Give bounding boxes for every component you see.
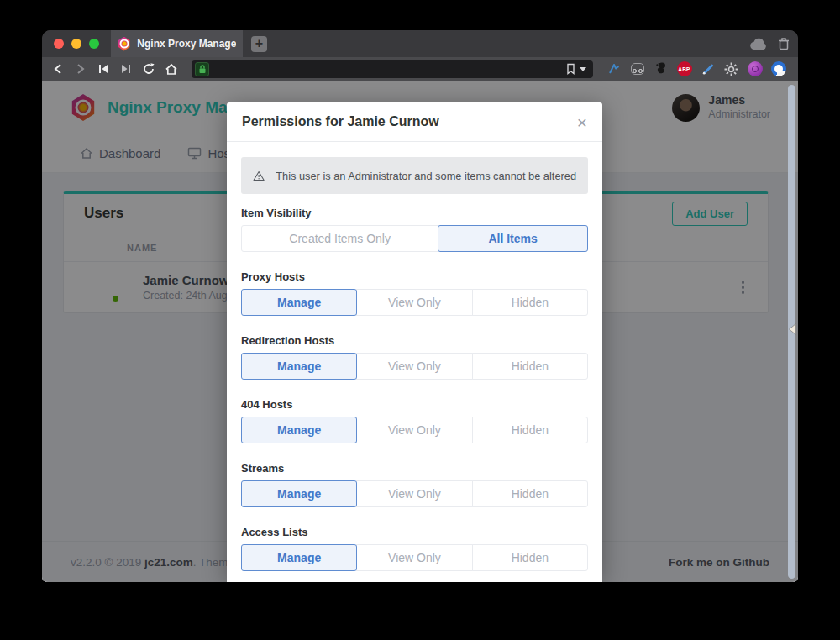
404-hosts-group: 404 Hosts Manage View Only Hidden — [241, 398, 588, 443]
bookmark-icon[interactable] — [565, 63, 576, 75]
fast-forward-button[interactable] — [118, 61, 134, 76]
access-lists-manage-button[interactable]: Manage — [241, 544, 357, 571]
new-tab-button[interactable]: + — [251, 36, 267, 52]
mouse-cursor — [789, 323, 796, 335]
item-visibility-toggle: Created Items Only All Items — [241, 225, 588, 252]
browser-titlebar: Nginx Proxy Manager + — [42, 30, 798, 57]
item-visibility-section: Item Visibility Created Items Only All I… — [241, 207, 588, 252]
back-button[interactable] — [50, 61, 66, 76]
permissions-modal: Permissions for Jamie Curnow × This user… — [227, 102, 602, 582]
minimize-window-button[interactable] — [71, 39, 81, 49]
address-bar[interactable] — [192, 60, 593, 78]
extension-gear-icon[interactable] — [723, 61, 739, 77]
access-lists-group: Access Lists Manage View Only Hidden — [241, 526, 588, 571]
404-hosts-hidden-button[interactable]: Hidden — [472, 417, 588, 443]
sync-cloud-icon[interactable] — [749, 38, 768, 50]
streams-group: Streams Manage View Only Hidden — [241, 462, 588, 507]
proxy-hosts-hidden-button[interactable]: Hidden — [472, 289, 588, 316]
redirection-hosts-manage-button[interactable]: Manage — [241, 353, 357, 380]
redirection-hosts-view-only-button[interactable]: View Only — [356, 353, 472, 380]
redirection-hosts-group: Redirection Hosts Manage View Only Hidde… — [241, 334, 588, 380]
rewind-button[interactable] — [96, 61, 111, 76]
tab-favicon-icon — [118, 37, 130, 51]
proxy-hosts-group: Proxy Hosts Manage View Only Hidden — [241, 270, 588, 316]
proxy-hosts-manage-button[interactable]: Manage — [241, 289, 357, 316]
all-items-button[interactable]: All Items — [438, 225, 588, 252]
page-content: Nginx Proxy Manager James Administrator … — [42, 81, 798, 582]
admin-warning-alert: This user is an Administrator and some i… — [241, 157, 588, 194]
home-button[interactable] — [164, 61, 179, 76]
browser-tab[interactable]: Nginx Proxy Manager — [111, 30, 243, 57]
ssl-lock-icon[interactable] — [195, 62, 209, 76]
access-lists-hidden-button[interactable]: Hidden — [472, 544, 588, 571]
close-icon[interactable]: × — [577, 113, 587, 131]
extension-gnome-foot-icon[interactable] — [653, 61, 669, 77]
proxy-hosts-view-only-button[interactable]: View Only — [356, 289, 472, 316]
close-window-button[interactable] — [54, 39, 64, 49]
zoom-window-button[interactable] — [89, 39, 99, 49]
404-hosts-view-only-button[interactable]: View Only — [356, 417, 472, 443]
extension-pen-icon[interactable] — [700, 61, 716, 77]
streams-hidden-button[interactable]: Hidden — [472, 480, 588, 507]
404-hosts-manage-button[interactable]: Manage — [241, 417, 357, 443]
browser-window: Nginx Proxy Manager + — [42, 30, 798, 582]
extension-adblock-icon[interactable]: ABP — [676, 61, 692, 77]
streams-manage-button[interactable]: Manage — [241, 480, 357, 507]
created-items-only-button[interactable]: Created Items Only — [241, 225, 438, 252]
access-lists-view-only-button[interactable]: View Only — [356, 544, 472, 571]
modal-title: Permissions for Jamie Curnow — [242, 114, 439, 129]
browser-toolbar: ABP — [42, 57, 798, 81]
extension-sync-icon[interactable] — [770, 61, 786, 77]
trash-icon[interactable] — [778, 37, 790, 50]
item-visibility-label: Item Visibility — [241, 207, 588, 219]
extension-dart-icon[interactable] — [606, 61, 622, 77]
redirection-hosts-hidden-button[interactable]: Hidden — [472, 353, 588, 380]
tab-title: Nginx Proxy Manager — [137, 38, 236, 50]
admin-warning-text: This user is an Administrator and some i… — [276, 170, 576, 182]
bookmark-dropdown-icon[interactable] — [580, 67, 586, 71]
extension-purple-icon[interactable] — [747, 61, 763, 77]
reload-button[interactable] — [141, 61, 156, 76]
forward-button[interactable] — [73, 61, 88, 76]
extension-mask-icon[interactable] — [629, 61, 645, 77]
streams-view-only-button[interactable]: View Only — [356, 480, 472, 507]
warning-triangle-icon — [253, 169, 265, 183]
